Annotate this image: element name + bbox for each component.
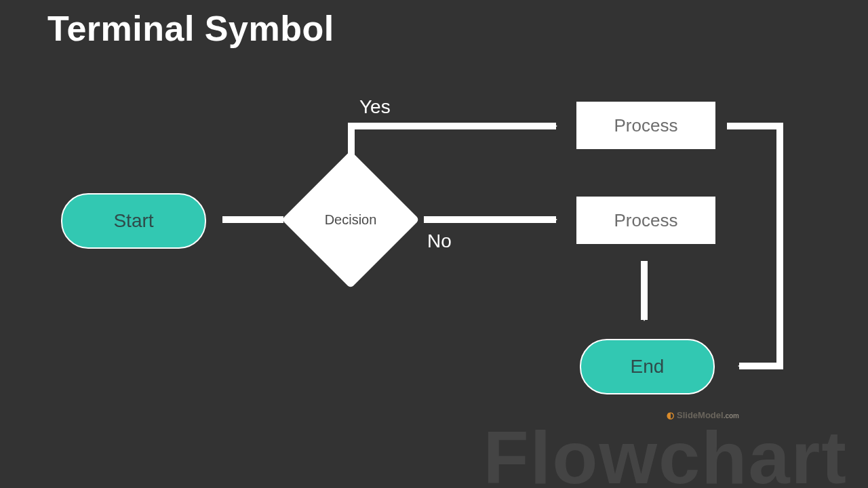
arrow-decision-to-process-yes	[351, 126, 556, 156]
terminal-start: Start	[61, 193, 206, 249]
process-bottom: Process	[576, 197, 715, 244]
arrow-process-top-to-end	[727, 126, 780, 366]
branch-label-yes: Yes	[359, 96, 391, 118]
slide-title: Terminal Symbol	[47, 8, 334, 49]
process-top: Process	[576, 102, 715, 149]
decision-label: Decision	[302, 171, 399, 268]
slide-canvas: Terminal Symbol Start Decision Yes No Pr…	[0, 0, 868, 488]
watermark-text: Flowchart	[484, 414, 848, 488]
branch-label-no: No	[427, 230, 452, 252]
decision-node: Decision	[302, 171, 399, 268]
terminal-end-label: End	[631, 356, 665, 378]
terminal-start-label: Start	[113, 210, 153, 232]
process-bottom-label: Process	[614, 210, 678, 231]
process-top-label: Process	[614, 115, 678, 136]
terminal-end: End	[580, 339, 715, 394]
